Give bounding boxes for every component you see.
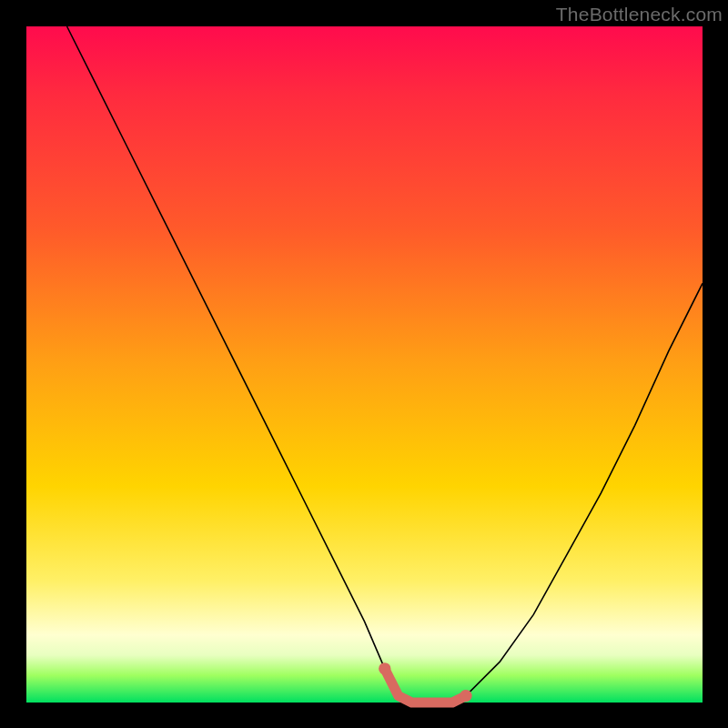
plot-area <box>26 26 703 703</box>
curve-svg <box>26 26 703 703</box>
bottleneck-curve <box>67 26 703 703</box>
chart-frame: TheBottleneck.com <box>0 0 728 728</box>
highlight-end-dot-right <box>460 690 471 702</box>
attribution-text: TheBottleneck.com <box>556 4 723 25</box>
flat-minimum-highlight <box>385 669 466 703</box>
highlight-end-dot-left <box>379 662 390 674</box>
